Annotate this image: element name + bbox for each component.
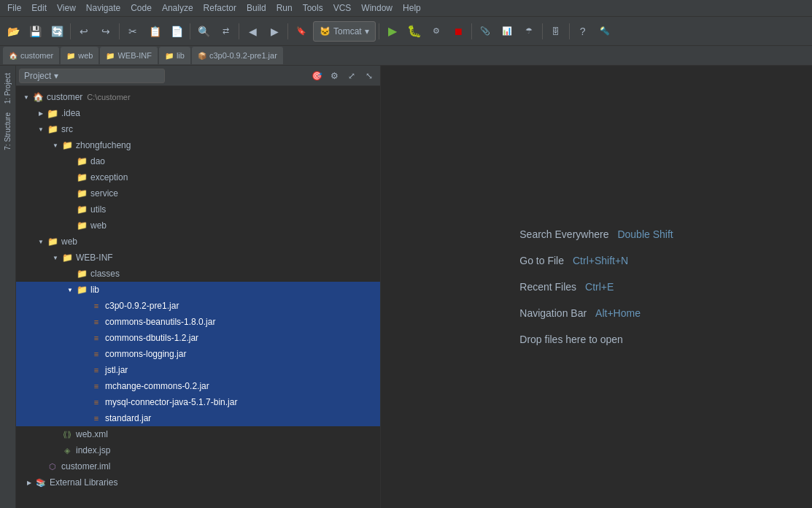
recent-files-label: Recent Files	[519, 281, 576, 293]
help-button[interactable]: ?	[573, 21, 593, 42]
jar-icon-logging: ≡	[90, 348, 102, 360]
tree-c3p0[interactable]: ≡ c3p0-0.9.2-pre1.jar	[16, 298, 380, 314]
tree-indexjsp[interactable]: ◈ index.jsp	[16, 442, 380, 458]
sidebar-tab-structure[interactable]: 7: Structure	[2, 108, 13, 155]
jar-icon-beanutils: ≡	[90, 316, 102, 328]
back-button[interactable]: ◀	[242, 21, 263, 42]
menu-edit[interactable]: Edit	[27, 1, 51, 15]
sync-button[interactable]: 🔄	[47, 21, 67, 42]
paste-button[interactable]: 📄	[166, 21, 187, 42]
menu-run[interactable]: Run	[272, 1, 297, 15]
tree-jstl[interactable]: ≡ jstl.jar	[16, 362, 380, 378]
expand-arrow-indexjsp	[51, 446, 60, 455]
tree-mysql-connector[interactable]: ≡ mysql-connector-java-5.1.7-bin.jar	[16, 394, 380, 410]
undo-button[interactable]: ↩	[74, 21, 94, 42]
tree-idea[interactable]: ▶ 📁 .idea	[16, 105, 380, 121]
tree-customeriml[interactable]: ⬡ customer.iml	[16, 458, 380, 474]
folder-icon-lib: 📁	[76, 284, 88, 296]
debug-button[interactable]: 🐛	[404, 21, 425, 42]
copy-button[interactable]: 📋	[144, 21, 165, 42]
tree-zhongfucheng[interactable]: ▼ 📁 zhongfucheng	[16, 137, 380, 153]
menu-navigate[interactable]: Navigate	[82, 1, 125, 15]
tree-commons-dbutils[interactable]: ≡ commons-dbutils-1.2.jar	[16, 330, 380, 346]
bookmark-button[interactable]: 🔖	[291, 21, 312, 42]
menu-tools[interactable]: Tools	[298, 1, 328, 15]
folder-icon-webinf: 📁	[61, 252, 73, 263]
database-button[interactable]: 🗄	[546, 21, 566, 42]
coverage-button[interactable]: ☂	[519, 21, 539, 42]
tab-lib[interactable]: 📁 lib	[159, 47, 190, 64]
menu-refactor[interactable]: Refactor	[199, 1, 241, 15]
project-panel-toolbar: Project ▾ 🎯 ⚙ ⤢ ⤡	[16, 66, 380, 86]
menu-window[interactable]: Window	[357, 1, 397, 15]
tree-webxml[interactable]: ⟪⟫ web.xml	[16, 426, 380, 442]
open-folder-button[interactable]: 📂	[3, 21, 23, 42]
expand-arrow-exception	[66, 173, 74, 182]
tree-standard[interactable]: ≡ standard.jar	[16, 410, 380, 426]
tree-lib[interactable]: ▼ 📁 lib	[16, 282, 380, 298]
tree-src[interactable]: ▼ 📁 src	[16, 121, 380, 137]
tree-mchange[interactable]: ≡ mchange-commons-0.2.jar	[16, 378, 380, 394]
tab-c3p0[interactable]: 📦 c3p0-0.9.2-pre1.jar	[192, 47, 283, 64]
menu-code[interactable]: Code	[126, 1, 156, 15]
tree-commons-beanutils[interactable]: ≡ commons-beanutils-1.8.0.jar	[16, 314, 380, 330]
expand-button[interactable]: ⤢	[344, 68, 360, 84]
jar-tab-icon: 📦	[198, 52, 206, 60]
expand-arrow-logging	[80, 350, 89, 358]
project-selector[interactable]: Project ▾	[19, 69, 165, 83]
sidebar-tab-project[interactable]: 1: Project	[2, 69, 13, 108]
tree-commons-logging[interactable]: ≡ commons-logging.jar	[16, 346, 380, 362]
cut-button[interactable]: ✂	[123, 21, 143, 42]
stop-button[interactable]: ⏹	[448, 21, 468, 42]
menu-file[interactable]: File	[3, 1, 26, 15]
search-button[interactable]: 🔍	[193, 21, 214, 42]
tree-external-libs[interactable]: ▶ 📚 External Libraries	[16, 474, 380, 490]
folder-icon-utils: 📁	[76, 204, 88, 215]
tree-web-root[interactable]: ▼ 📁 web	[16, 234, 380, 250]
expand-arrow-classes	[66, 269, 74, 278]
dropdown-icon: ▾	[365, 26, 369, 36]
jar-icon-standard: ≡	[90, 412, 102, 424]
replace-button[interactable]: ⇄	[215, 21, 236, 42]
tree-root-customer[interactable]: ▼ 🏠 customer C:\customer	[16, 89, 380, 105]
tab-web[interactable]: 📁 web	[61, 47, 98, 64]
locate-file-button[interactable]: 🎯	[309, 68, 325, 84]
separator-3	[190, 23, 190, 39]
tree-label-webxml: web.xml	[76, 429, 108, 439]
redo-button[interactable]: ↪	[96, 21, 116, 42]
tree-service[interactable]: 📁 service	[16, 185, 380, 201]
expand-arrow-customer: ▼	[22, 93, 31, 101]
find-action-button[interactable]: 🔦	[595, 21, 615, 42]
save-button[interactable]: 💾	[25, 21, 45, 42]
attach-button[interactable]: 📎	[475, 21, 495, 42]
project-icon: 🏠	[9, 52, 18, 60]
settings-button[interactable]: ⚙	[326, 68, 342, 84]
folder-icon-exception: 📁	[76, 172, 88, 183]
forward-button[interactable]: ▶	[264, 21, 285, 42]
menu-build[interactable]: Build	[242, 1, 271, 15]
project-toolbar-icons: 🎯 ⚙ ⤢ ⤡	[309, 68, 377, 84]
tomcat-config-button[interactable]: 🐱 Tomcat ▾	[313, 21, 376, 42]
tab-customer[interactable]: 🏠 customer	[3, 47, 59, 64]
separator-4	[239, 23, 239, 39]
build-button[interactable]: ⚙	[426, 21, 446, 42]
tree-dao[interactable]: 📁 dao	[16, 153, 380, 169]
tab-c3p0-label: c3p0-0.9.2-pre1.jar	[209, 51, 277, 60]
menu-analyze[interactable]: Analyze	[158, 1, 198, 15]
menu-help[interactable]: Help	[398, 1, 425, 15]
folder-tab-icon-3: 📁	[165, 52, 174, 60]
tree-utils[interactable]: 📁 utils	[16, 201, 380, 218]
tree-label-utils: utils	[90, 204, 106, 215]
menu-vcs[interactable]: VCS	[329, 1, 356, 15]
tree-classes[interactable]: 📁 classes	[16, 266, 380, 282]
tree-exception[interactable]: 📁 exception	[16, 169, 380, 185]
expand-arrow-mchange	[80, 382, 89, 390]
tab-webinf[interactable]: 📁 WEB-INF	[100, 47, 157, 64]
tree-webinf[interactable]: ▼ 📁 WEB-INF	[16, 250, 380, 266]
tree-label-mysql: mysql-connector-java-5.1.7-bin.jar	[105, 397, 237, 407]
profile-button[interactable]: 📊	[497, 21, 517, 42]
collapse-button[interactable]: ⤡	[361, 68, 377, 84]
run-button[interactable]: ▶	[382, 21, 403, 42]
tree-web-pkg[interactable]: 📁 web	[16, 218, 380, 234]
menu-view[interactable]: View	[53, 1, 80, 15]
